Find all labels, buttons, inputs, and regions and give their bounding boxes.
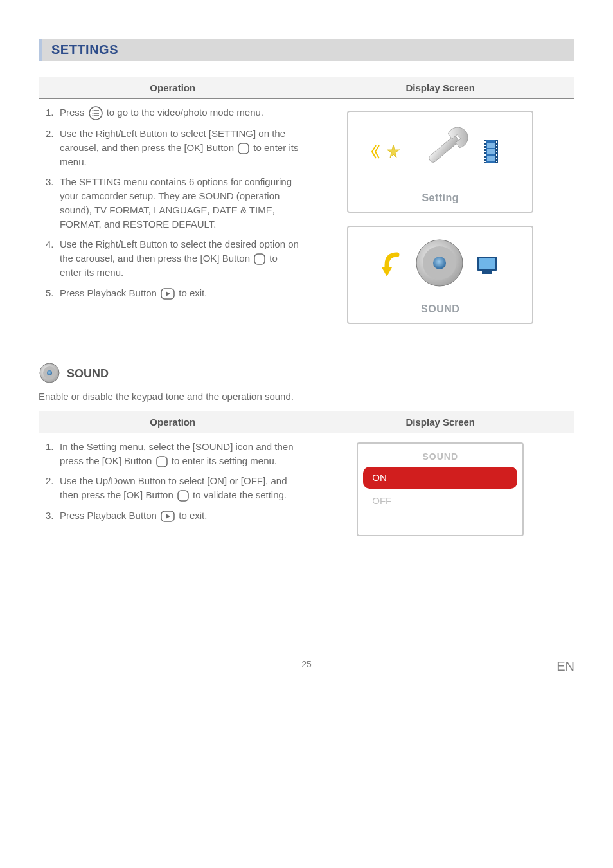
ok-button-icon [238,143,249,154]
step-num: 5. [46,286,60,300]
svg-marker-11 [387,145,400,158]
speaker-icon [407,236,472,294]
sound-menu-title: SOUND [360,446,520,466]
svg-point-36 [433,257,446,269]
col-display: Display Screen [306,411,574,433]
ok-button-icon [156,456,168,467]
effect-icon [384,142,403,161]
step-num: 1. [46,440,60,468]
svg-point-3 [92,113,93,114]
svg-rect-21 [484,148,486,149]
sound-menu-screen: SOUND ON OFF [357,442,524,536]
svg-rect-18 [487,156,495,161]
col-display: Display Screen [306,77,574,99]
svg-rect-20 [484,145,486,146]
svg-rect-28 [496,148,497,149]
display-cell: Setting [306,99,574,336]
back-arrow-icon [382,251,404,279]
sound-label: SOUND [421,302,459,316]
step-text: to validate the setting. [193,489,287,500]
tv-icon [475,254,499,276]
col-operation: Operation [39,411,307,433]
svg-marker-46 [166,514,170,519]
svg-rect-22 [484,151,486,152]
svg-rect-4 [94,113,99,114]
step-num: 4. [46,237,60,279]
page-title: SETTINGS [49,42,568,57]
step-text: The SETTING menu contains 6 options for … [60,175,300,231]
svg-rect-2 [94,110,99,111]
step-text: Press Playback Button [60,510,159,521]
filmstrip-icon [481,139,501,165]
sound-option-off: OFF [363,490,517,512]
svg-point-42 [47,370,52,375]
sound-option-on: ON [363,467,517,489]
step-text: Press Playback Button [60,287,159,298]
step-text: to exit. [179,510,207,521]
svg-rect-17 [487,149,495,154]
svg-rect-19 [484,141,486,143]
svg-rect-32 [496,161,497,162]
svg-rect-39 [482,271,492,274]
svg-rect-30 [496,154,497,156]
svg-rect-25 [484,161,486,162]
step-num: 3. [46,509,60,523]
step-text: to enter its setting menu. [172,455,277,466]
step-text: Use the Right/Left Button to select [SET… [60,128,285,153]
svg-rect-43 [157,457,167,467]
svg-rect-24 [484,158,486,159]
svg-point-5 [92,115,93,116]
sound-table: Operation Display Screen 1. In the Setti… [39,411,574,543]
sound-description: Enable or disable the keypad tone and th… [39,391,574,402]
sound-heading: SOUND [67,367,109,381]
svg-rect-16 [487,143,495,148]
step-text: to exit. [179,287,207,298]
page-footer: 25 EN [39,659,574,685]
svg-rect-31 [496,158,497,159]
sound-subsection-header: SOUND [39,362,574,386]
step-num: 3. [46,175,60,231]
wrench-icon [407,121,477,183]
step-num: 2. [46,127,60,168]
svg-rect-27 [496,145,497,146]
left-arrows-icon [369,143,380,160]
ok-button-icon [177,490,189,502]
speaker-small-icon [39,362,60,386]
col-operation: Operation [39,77,307,99]
page-number: 25 [301,659,312,669]
operation-cell: 1. In the Setting menu, select the [SOUN… [39,433,307,543]
settings-table: Operation Display Screen 1. Press [39,77,574,336]
language-code: EN [556,659,574,674]
svg-rect-7 [238,143,249,154]
svg-rect-26 [496,141,497,143]
display-cell: SOUND ON OFF [306,433,574,543]
step-text: to go to the video/photo mode menu. [107,107,263,118]
ok-button-icon [254,253,265,265]
svg-rect-44 [178,491,188,501]
svg-rect-23 [484,154,486,156]
setting-screen: Setting [347,111,533,213]
svg-rect-8 [254,254,265,264]
svg-rect-38 [479,258,495,269]
svg-marker-33 [382,267,392,276]
step-num: 1. [46,105,60,120]
settings-title-bar: SETTINGS [39,39,574,61]
svg-rect-12 [428,135,460,164]
step-num: 2. [46,474,60,502]
sound-screen: SOUND [347,226,533,324]
svg-marker-10 [166,291,170,296]
svg-point-1 [92,110,93,111]
svg-rect-29 [496,151,497,152]
playback-icon [161,288,175,300]
svg-rect-6 [94,115,99,116]
setting-label: Setting [422,190,459,205]
step-text: Press [60,107,87,118]
menu-icon [89,106,103,120]
operation-cell: 1. Press to go to the video/photo mode m… [39,99,307,336]
playback-icon [161,511,175,522]
